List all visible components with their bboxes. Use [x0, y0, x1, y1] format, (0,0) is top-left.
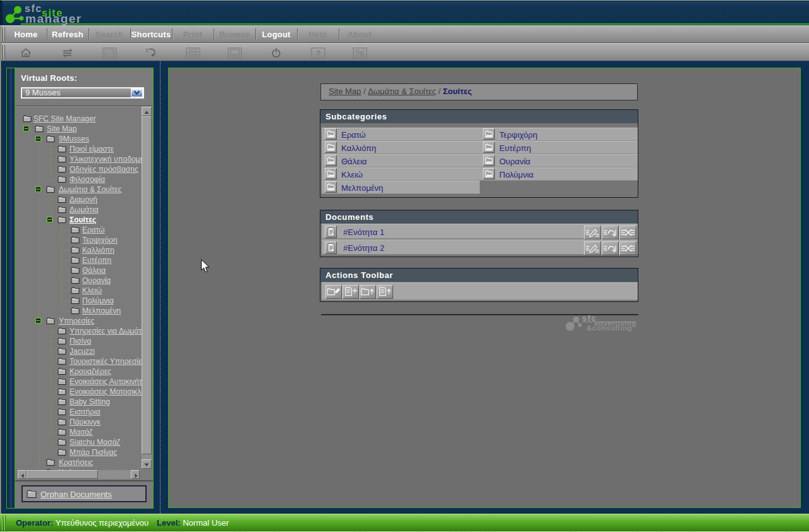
- svg-text:?: ?: [315, 49, 320, 58]
- svg-text:&consulting: &consulting: [587, 324, 632, 332]
